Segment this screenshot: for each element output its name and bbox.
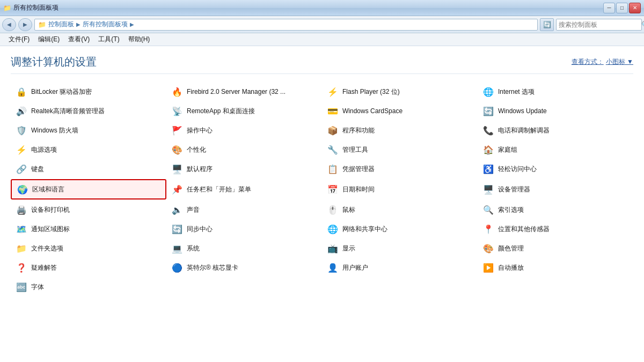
control-item[interactable]: 📍位置和其他传感器 [478,220,633,238]
control-item[interactable]: ❓疑难解答 [11,258,166,277]
item-icon: 🔵 [171,261,184,274]
control-item[interactable]: 🔈声音 [166,201,322,219]
control-item[interactable]: 🖥️默认程序 [166,160,322,178]
view-label: 查看方式： [572,57,604,67]
control-item[interactable]: 🔧管理工具 [322,141,478,159]
items-grid: 🔒BitLocker 驱动器加密🔥Firebird 2.0 Server Man… [11,83,633,296]
control-item[interactable]: 🔤字体 [11,278,166,296]
control-item[interactable]: 👤用户账户 [322,258,478,277]
item-label: 设备和打印机 [31,205,70,215]
control-item[interactable]: 🔍索引选项 [478,201,633,219]
item-icon: 🔗 [15,162,28,175]
menu-edit[interactable]: 编辑(E) [34,34,64,45]
control-item[interactable]: 🛡️Windows 防火墙 [11,121,166,139]
control-item[interactable]: ♿轻松访问中心 [478,160,633,178]
control-item[interactable]: 💳Windows CardSpace [322,102,478,120]
item-icon: ⚡ [15,143,28,156]
control-item[interactable]: 💻系统 [166,239,322,257]
control-item[interactable]: 📌任务栏和「开始」菜单 [166,179,322,200]
minimize-button[interactable]: ─ [603,3,615,13]
control-item[interactable]: 🗺️通知区域图标 [11,220,166,238]
item-icon: 🔥 [171,85,184,98]
item-icon: 📁 [15,242,28,255]
item-label: 文件夹选项 [31,244,63,253]
control-item[interactable]: 📦程序和功能 [322,121,478,139]
item-icon: 🛡️ [15,124,28,137]
maximize-button[interactable]: □ [616,3,628,13]
item-icon: 🚩 [171,124,184,137]
item-label: BitLocker 驱动器加密 [31,87,92,97]
item-icon: 🔊 [15,105,28,117]
view-mode-button[interactable]: 小图标 ▼ [606,57,633,67]
control-item[interactable]: ⚡电源选项 [11,141,166,159]
item-label: 通知区域图标 [31,225,70,234]
address-bar: ◀ ▶ 📁 控制面板 ▶ 所有控制面板项 ▶ 🔄 🔍 [0,16,644,33]
item-label: 区域和语言 [32,185,64,194]
control-item[interactable]: 🏠家庭组 [478,141,633,159]
breadcrumb-root[interactable]: 控制面板 [48,20,74,29]
control-item[interactable]: 🔊Realtek高清晰音频管理器 [11,102,166,120]
item-label: 网络和共享中心 [342,225,387,234]
control-item[interactable]: 🔥Firebird 2.0 Server Manager (32 ... [166,83,322,101]
item-icon: 🔈 [171,203,184,216]
item-label: 显示 [342,244,355,253]
control-item[interactable]: 🖥️设备管理器 [478,179,633,200]
item-label: 轻松访问中心 [498,165,537,174]
breadcrumb-bar: 📁 控制面板 ▶ 所有控制面板项 ▶ [34,19,538,31]
view-options[interactable]: 查看方式： 小图标 ▼ [572,57,633,67]
item-label: 设备管理器 [498,185,530,194]
item-label: 颜色管理 [498,244,524,253]
control-item[interactable]: 🔄Windows Update [478,102,633,120]
control-item[interactable]: 📞电话和调制解调器 [478,121,633,139]
control-item[interactable]: 🖱️鼠标 [322,201,478,219]
item-icon: 🌐 [326,223,339,235]
menu-help[interactable]: 帮助(H) [124,34,155,45]
control-item[interactable]: 🎨颜色管理 [478,239,633,257]
control-item[interactable]: ⚡Flash Player (32 位) [322,83,478,101]
page-title: 调整计算机的设置 [11,55,97,69]
item-label: 电话和调制解调器 [498,126,550,135]
control-item[interactable]: 📁文件夹选项 [11,239,166,257]
item-icon: ❓ [15,261,28,274]
forward-button[interactable]: ▶ [18,18,32,31]
close-button[interactable]: ✕ [629,3,641,13]
item-label: Internet 选项 [498,87,535,97]
item-icon: 📋 [326,162,339,175]
control-item[interactable]: 📅日期和时间 [322,179,478,200]
control-item[interactable]: 🌐Internet 选项 [478,83,633,101]
control-item[interactable]: 🔵英特尔® 核芯显卡 [166,258,322,277]
control-item[interactable]: 📡RemoteApp 和桌面连接 [166,102,322,120]
back-button[interactable]: ◀ [2,18,16,31]
search-input[interactable] [559,21,639,28]
control-item[interactable]: 🔗键盘 [11,160,166,178]
menu-file[interactable]: 文件(F) [4,34,34,45]
control-item[interactable]: 🎨个性化 [166,141,322,159]
item-label: 字体 [31,283,44,292]
refresh-button[interactable]: 🔄 [540,18,554,31]
control-item[interactable]: 🚩操作中心 [166,121,322,139]
item-label: 任务栏和「开始」菜单 [187,185,251,194]
item-label: Windows Update [498,107,547,115]
control-item[interactable]: 🔄同步中心 [166,220,322,238]
menu-bar: 文件(F) 编辑(E) 查看(V) 工具(T) 帮助(H) [0,33,644,46]
main-content: 调整计算机的设置 查看方式： 小图标 ▼ 🔒BitLocker 驱动器加密🔥Fi… [0,46,644,362]
menu-view[interactable]: 查看(V) [64,34,94,45]
item-label: 自动播放 [498,263,524,272]
control-item[interactable]: 📺显示 [322,239,478,257]
control-item[interactable]: 📋凭据管理器 [322,160,478,178]
control-item[interactable]: 🔒BitLocker 驱动器加密 [11,83,166,101]
control-item[interactable]: 🌍区域和语言 [11,179,166,200]
search-icon[interactable]: 🔍 [641,21,644,28]
item-icon: 📡 [171,105,184,117]
item-icon: 🔄 [482,105,495,117]
control-item[interactable]: ▶️自动播放 [478,258,633,277]
control-item[interactable]: 🖨️设备和打印机 [11,201,166,219]
item-icon: 🖨️ [15,203,28,216]
menu-tools[interactable]: 工具(T) [94,34,123,45]
item-icon: 🎨 [482,242,495,255]
item-label: 操作中心 [187,126,213,135]
item-icon: ♿ [482,162,495,175]
breadcrumb-current[interactable]: 所有控制面板项 [83,20,128,29]
control-item[interactable]: 🌐网络和共享中心 [322,220,478,238]
title-bar-controls: ─ □ ✕ [603,3,641,13]
